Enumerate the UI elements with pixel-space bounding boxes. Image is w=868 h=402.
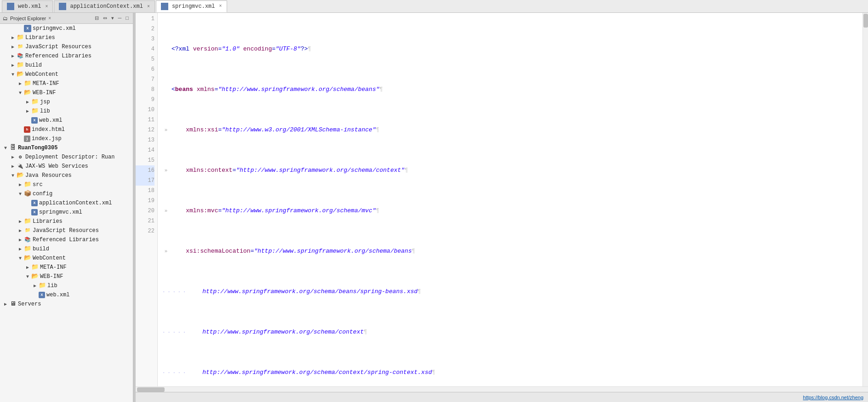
code-area[interactable]: <?xml version="1.0" encoding="UTF-8"?>¶ … — [158, 13, 862, 386]
tree-container[interactable]: x springmvc.xml ▶ 📁 Libraries ▶ 📁 JavaSc… — [0, 24, 133, 402]
tree-item-java-resources[interactable]: ▼ 📂 Java Resources — [0, 171, 133, 180]
pilcrow: ¶ — [376, 206, 379, 216]
folder-open-icon: 📂 — [31, 273, 39, 280]
tree-item-javascript-resources2[interactable]: ▶ 📁 JavaScript Resources — [0, 226, 133, 235]
tree-item-config[interactable]: ▼ 📦 config — [0, 189, 133, 198]
code-token: < — [171, 85, 175, 95]
html-file-icon: h — [24, 126, 30, 133]
panel-header-icons: ⊟ ⇔ ▾ ─ □ — [93, 15, 130, 22]
tab-app-context[interactable]: x applicationContext.xml × — [54, 0, 154, 12]
status-url[interactable]: https://blog.csdn.net/zheng — [803, 395, 863, 400]
tree-item-lib[interactable]: ▶ 📁 lib — [0, 107, 133, 116]
expand-collapsed[interactable]: ▶ — [9, 53, 17, 59]
expand-collapsed[interactable]: ▶ — [17, 81, 24, 86]
expand-collapsed[interactable]: ▶ — [9, 154, 17, 160]
tree-item-referenced-libraries2[interactable]: ▶ 📚 Referenced Libraries — [0, 235, 133, 244]
servers-icon: 🖥 — [9, 300, 17, 308]
tree-item-build[interactable]: ▶ 📁 build — [0, 61, 133, 70]
code-token: http://www.springframework.org/schema/be… — [188, 287, 417, 297]
expand-collapsed[interactable]: ▶ — [17, 182, 24, 187]
ref-lib-icon: 📚 — [24, 236, 31, 243]
tab-springmvc[interactable]: x springmvc.xml × — [156, 0, 227, 12]
tree-item-build2[interactable]: ▶ 📁 build — [0, 244, 133, 254]
code-line-4: » xmlns:context="http://www.springframew… — [162, 165, 862, 176]
expand-collapsed[interactable]: ▶ — [17, 228, 24, 233]
editor-hscroll[interactable] — [136, 386, 868, 392]
xml-file-icon: x — [31, 209, 38, 215]
expand-expanded[interactable]: ▼ — [9, 72, 17, 77]
vscroll-thumb[interactable] — [863, 14, 868, 28]
collapse-all-btn[interactable]: ⊟ — [93, 15, 100, 22]
expand-collapsed[interactable]: ▶ — [9, 164, 17, 169]
tree-item-web-xml[interactable]: x web.xml — [0, 116, 133, 125]
expand-expanded[interactable]: ▼ — [24, 274, 31, 279]
expand-collapsed[interactable]: ▶ — [17, 246, 24, 252]
code-token: version — [193, 44, 218, 54]
jaxws-icon: 🔌 — [17, 163, 24, 170]
tree-item-servers[interactable]: ▶ 🖥 Servers — [0, 300, 133, 309]
view-menu-btn[interactable]: ▾ — [110, 15, 115, 22]
tree-item-libraries[interactable]: ▶ 📁 Libraries — [0, 33, 133, 42]
expand-expanded[interactable]: ▼ — [9, 173, 17, 178]
minimize-btn[interactable]: ─ — [117, 15, 123, 22]
expand-collapsed[interactable]: ▶ — [24, 108, 31, 114]
expand-collapsed[interactable]: ▶ — [2, 301, 9, 307]
panel-title-label: Project Explorer — [10, 16, 46, 21]
tree-item-springmvc-xml-top[interactable]: x springmvc.xml — [0, 24, 133, 33]
maximize-btn[interactable]: □ — [124, 15, 130, 22]
tree-item-lib2[interactable]: ▶ 📁 lib — [0, 281, 133, 290]
expand-collapsed[interactable]: ▶ — [24, 99, 31, 105]
expand-expanded[interactable]: ▼ — [17, 192, 24, 197]
expand-collapsed[interactable]: ▶ — [9, 44, 17, 50]
expand-collapsed[interactable]: ▶ — [9, 62, 17, 68]
tree-item-index-html[interactable]: h index.html — [0, 125, 133, 134]
main-area: 🗂 Project Explorer × ⊟ ⇔ ▾ ─ □ x springm… — [0, 13, 868, 402]
link-editor-btn[interactable]: ⇔ — [102, 15, 108, 22]
tree-label: springmvc.xml — [33, 25, 76, 32]
hscroll-thumb[interactable] — [137, 387, 165, 392]
tree-label: JavaScript Resources — [33, 227, 99, 234]
code-token — [240, 44, 243, 54]
tree-item-deployment[interactable]: ▶ ⚙ Deployment Descriptor: Ruan — [0, 153, 133, 162]
expand-collapsed[interactable]: ▶ — [9, 35, 17, 40]
deploy-icon: ⚙ — [17, 153, 24, 161]
tree-item-jaxws[interactable]: ▶ 🔌 JAX-WS Web Services — [0, 162, 133, 171]
tree-item-src[interactable]: ▶ 📁 src — [0, 180, 133, 189]
tree-item-javascript-resources[interactable]: ▶ 📁 JavaScript Resources — [0, 42, 133, 51]
expand-collapsed[interactable]: ▶ — [24, 265, 31, 270]
tab-web-xml-close[interactable]: × — [45, 4, 48, 9]
expand-collapsed[interactable]: ▶ — [31, 283, 39, 289]
tab-springmvc-close[interactable]: × — [219, 4, 222, 9]
tree-item-webcontent[interactable]: ▼ 📂 WebContent — [0, 70, 133, 79]
tree-item-metainf2[interactable]: ▶ 📁 META-INF — [0, 263, 133, 272]
tree-label: src — [33, 181, 43, 188]
tree-item-web-xml2[interactable]: x web.xml — [0, 290, 133, 300]
tree-label: META-INF — [40, 264, 67, 271]
tree-item-appctx[interactable]: x applicationContext.xml — [0, 198, 133, 208]
expand-expanded[interactable]: ▼ — [17, 256, 24, 261]
tree-item-webinf[interactable]: ▼ 📂 WEB-INF — [0, 88, 133, 97]
folder-icon: 📁 — [39, 282, 46, 289]
tree-item-index-jsp[interactable]: j index.jsp — [0, 134, 133, 143]
tab-web-xml[interactable]: x web.xml × — [2, 0, 53, 12]
expand-collapsed[interactable]: ▶ — [17, 237, 24, 243]
tree-item-referenced-libraries[interactable]: ▶ 📚 Referenced Libraries — [0, 51, 133, 61]
tree-item-libraries2[interactable]: ▶ 📁 Libraries — [0, 217, 133, 226]
code-line-6: » xsi:schemaLocation="http://www.springf… — [162, 246, 862, 256]
tree-item-metainf[interactable]: ▶ 📁 META-INF — [0, 79, 133, 88]
tree-item-jsp[interactable]: ▶ 📁 jsp — [0, 97, 133, 107]
tree-item-springmvc-config[interactable]: x springmvc.xml — [0, 208, 133, 217]
tree-item-webinf2[interactable]: ▼ 📂 WEB-INF — [0, 272, 133, 281]
expand-expanded[interactable]: ▼ — [17, 91, 24, 96]
tab-app-context-close[interactable]: × — [147, 4, 150, 9]
tree-item-webcontent2[interactable]: ▼ 📂 WebContent — [0, 254, 133, 263]
tree-label: WEB-INF — [33, 90, 56, 96]
expand-expanded[interactable]: ▼ — [2, 146, 9, 151]
code-token: beans — [175, 85, 193, 95]
expand-collapsed[interactable]: ▶ — [17, 219, 24, 224]
code-token — [171, 125, 186, 135]
panel-close-x[interactable]: × — [48, 16, 51, 21]
tree-item-ruantong[interactable]: ▼ 🗄 RuanTong0305 — [0, 143, 133, 153]
project-icon: 🗄 — [9, 144, 17, 152]
editor-vscroll[interactable] — [862, 13, 868, 386]
